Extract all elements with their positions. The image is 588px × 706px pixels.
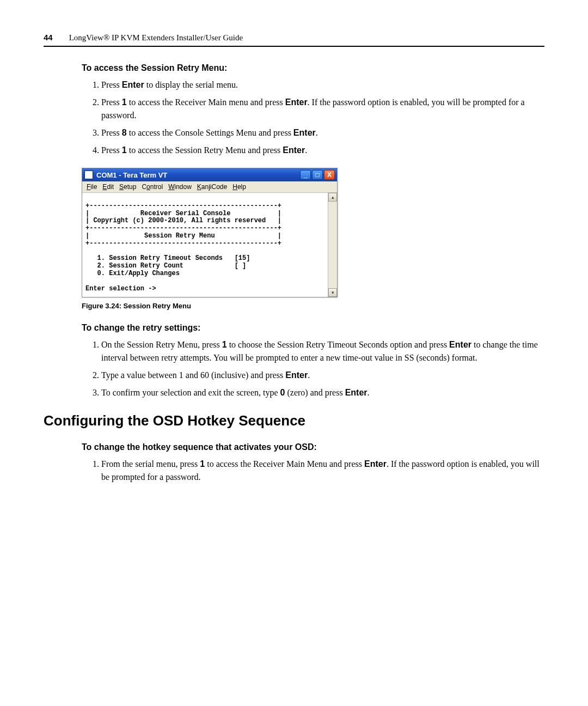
section-heading-access: To access the Session Retry Menu: — [82, 63, 544, 73]
menu-kanjicode[interactable]: KanjiCode — [197, 183, 227, 191]
close-button[interactable]: X — [324, 170, 335, 180]
scroll-down-icon[interactable]: ▾ — [328, 288, 337, 297]
maximize-button[interactable]: □ — [312, 170, 323, 180]
app-icon — [84, 171, 93, 179]
menu-control[interactable]: Control — [142, 183, 163, 191]
terminal-window: COM1 - Tera Term VT _ □ X File Edit Setu… — [82, 168, 338, 297]
step: Press 1 to access the Session Retry Menu… — [101, 144, 544, 157]
section-heading-hotkey: To change the hotkey sequence that activ… — [82, 442, 544, 452]
menu-help[interactable]: Help — [232, 183, 246, 191]
scrollbar[interactable]: ▴ ▾ — [328, 193, 337, 297]
section-heading-change: To change the retry settings: — [82, 323, 544, 333]
menu-setup[interactable]: Setup — [119, 183, 136, 191]
step: To confirm your selection and exit the s… — [101, 386, 544, 399]
titlebar: COM1 - Tera Term VT _ □ X — [82, 168, 337, 181]
terminal-body: +---------------------------------------… — [82, 193, 328, 297]
page-header: 44 LongView® IP KVM Extenders Installer/… — [44, 33, 544, 47]
menu-edit[interactable]: Edit — [102, 183, 114, 191]
steps-hotkey: From the serial menu, press 1 to access … — [82, 458, 544, 484]
figure-terminal: COM1 - Tera Term VT _ □ X File Edit Setu… — [82, 168, 544, 297]
step: Press Enter to display the serial menu. — [101, 78, 544, 92]
scroll-up-icon[interactable]: ▴ — [328, 193, 337, 202]
figure-caption: Figure 3.24: Session Retry Menu — [82, 302, 544, 310]
menubar: File Edit Setup Control Window KanjiCode… — [82, 181, 337, 193]
step: On the Session Retry Menu, press 1 to ch… — [101, 338, 544, 364]
menu-file[interactable]: File — [87, 183, 97, 191]
step: Press 1 to access the Receiver Main menu… — [101, 96, 544, 122]
minimize-button[interactable]: _ — [300, 170, 311, 180]
steps-change: On the Session Retry Menu, press 1 to ch… — [82, 338, 544, 399]
page-number: 44 — [44, 33, 53, 42]
main-heading-osd: Configuring the OSD Hotkey Sequence — [44, 412, 544, 429]
step: From the serial menu, press 1 to access … — [101, 458, 544, 484]
step: Press 8 to access the Console Settings M… — [101, 126, 544, 139]
guide-title: LongView® IP KVM Extenders Installer/Use… — [69, 33, 243, 42]
steps-access: Press Enter to display the serial menu. … — [82, 78, 544, 157]
step: Type a value between 1 and 60 (inclusive… — [101, 369, 544, 382]
menu-window[interactable]: Window — [168, 183, 192, 191]
titlebar-text: COM1 - Tera Term VT — [96, 171, 299, 179]
